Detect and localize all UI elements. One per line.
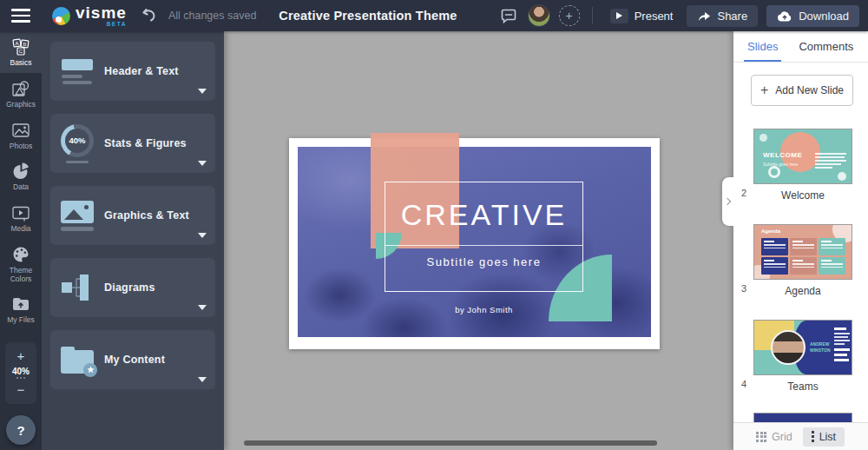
- basics-blocks-icon: A B C: [11, 37, 30, 56]
- slide-label[interactable]: Teams: [753, 381, 852, 393]
- list-icon: [812, 431, 814, 442]
- content-blocks-panel: Header & Text 40% Stats & Figures Graphi…: [42, 31, 224, 450]
- sidebar-item-photos[interactable]: Photos: [0, 115, 42, 156]
- svg-text:C: C: [19, 49, 23, 54]
- title-divider-line: [385, 245, 582, 246]
- svg-text:A: A: [15, 41, 19, 47]
- panel-tabs: Slides Comments: [733, 31, 868, 63]
- slide-number: 2: [741, 188, 746, 198]
- horizontal-scrollbar[interactable]: [244, 440, 657, 446]
- grid-icon: [756, 432, 766, 442]
- tab-comments[interactable]: Comments: [799, 31, 853, 62]
- present-button[interactable]: Present: [605, 9, 679, 23]
- chevron-down-icon[interactable]: [198, 161, 207, 166]
- top-bar: visme BETA All changes saved Creative Pr…: [0, 0, 868, 31]
- sidebar-item-my-files[interactable]: My Files: [0, 288, 42, 330]
- share-button[interactable]: Share: [687, 5, 758, 27]
- slide-thumbnail-agenda[interactable]: Agenda: [753, 224, 852, 280]
- media-video-icon: [11, 203, 30, 222]
- slide-list-item-welcome: 2 WELCOME Subtitle goes here Welcome: [733, 129, 868, 215]
- zoom-options-dots: [16, 377, 25, 379]
- share-icon: [697, 10, 711, 22]
- slide-label[interactable]: Agenda: [753, 285, 852, 297]
- editor-canvas[interactable]: CREATIVE Subtitle goes here by John Smit…: [224, 31, 733, 450]
- stats-figures-icon: 40%: [50, 124, 104, 163]
- card-diagrams[interactable]: Diagrams: [50, 258, 215, 317]
- document-title[interactable]: Creative Presentation Theme: [279, 9, 457, 23]
- chevron-down-icon[interactable]: [198, 233, 207, 238]
- sidebar-item-basics[interactable]: A B C Basics: [0, 31, 42, 73]
- slide-number: 3: [741, 283, 746, 294]
- photos-image-icon: [11, 121, 30, 140]
- zoom-level[interactable]: 40%: [12, 367, 30, 376]
- chevron-right-icon: [724, 198, 731, 205]
- beta-badge: BETA: [107, 22, 127, 28]
- slide-thumbnail-welcome[interactable]: WELCOME Subtitle goes here: [753, 129, 852, 184]
- panel-collapse-handle[interactable]: [722, 177, 734, 226]
- star-badge-icon: [83, 363, 97, 377]
- slide-subtitle-text[interactable]: Subtitle goes here: [385, 255, 582, 268]
- grid-view-button[interactable]: Grid: [756, 431, 792, 443]
- list-view-button[interactable]: List: [803, 427, 845, 447]
- undo-icon[interactable]: [139, 6, 158, 25]
- slide-background-photo[interactable]: CREATIVE Subtitle goes here by John Smit…: [298, 147, 651, 337]
- slide-title-text[interactable]: CREATIVE: [385, 198, 582, 232]
- chevron-down-icon[interactable]: [198, 89, 207, 94]
- graphics-shapes-icon: [11, 79, 30, 98]
- slide-list-item-teams: 4 ANDREW WINSTON Teams: [733, 320, 868, 407]
- slide-label[interactable]: Welcome: [753, 189, 852, 202]
- svg-text:B: B: [23, 42, 27, 47]
- slide-thumbnail-teams[interactable]: ANDREW WINSTON: [753, 320, 852, 375]
- sidebar-item-theme-colors[interactable]: Theme Colors: [0, 239, 42, 289]
- diagrams-icon: [50, 274, 104, 301]
- my-files-folder-icon: [11, 294, 30, 314]
- slide-number: 4: [741, 379, 746, 389]
- view-toggle-bar: Grid List: [733, 422, 868, 450]
- sidebar-item-media[interactable]: Media: [0, 197, 42, 239]
- download-cloud-icon: [777, 10, 792, 22]
- logo-text: visme: [76, 4, 127, 21]
- play-icon: [610, 9, 628, 23]
- hamburger-menu-icon[interactable]: [0, 0, 42, 31]
- slide-editing-area[interactable]: CREATIVE Subtitle goes here by John Smit…: [289, 138, 660, 349]
- add-new-slide-button[interactable]: + Add New Slide: [751, 75, 853, 106]
- my-content-folder-icon: [50, 347, 104, 374]
- sidebar-item-data[interactable]: Data: [0, 156, 42, 197]
- card-my-content[interactable]: My Content: [50, 330, 215, 389]
- help-button[interactable]: ?: [6, 415, 36, 445]
- title-outline-box[interactable]: CREATIVE Subtitle goes here: [385, 182, 583, 292]
- add-collaborator-button[interactable]: +: [559, 5, 580, 26]
- download-button[interactable]: Download: [766, 5, 859, 27]
- header-text-icon: [50, 59, 104, 84]
- topbar-divider: [592, 7, 593, 24]
- card-header-text[interactable]: Header & Text: [50, 42, 215, 101]
- chevron-down-icon[interactable]: [198, 377, 207, 382]
- team-member-photo: [771, 330, 806, 365]
- left-icon-rail: A B C Basics Graphics Photos Data: [0, 31, 42, 450]
- sidebar-item-graphics[interactable]: Graphics: [0, 73, 42, 115]
- chevron-down-icon[interactable]: [198, 305, 207, 310]
- visme-logo[interactable]: visme BETA: [52, 4, 127, 28]
- tab-slides[interactable]: Slides: [747, 31, 778, 62]
- card-stats-figures[interactable]: 40% Stats & Figures: [50, 114, 215, 173]
- graphics-text-icon: [50, 201, 104, 231]
- data-pie-icon: [11, 162, 30, 181]
- plus-icon: +: [760, 83, 768, 97]
- slide-list-item-agenda: 3 Agenda Agenda: [733, 224, 868, 311]
- zoom-out-button[interactable]: −: [17, 381, 25, 398]
- theme-colors-palette-icon: [11, 245, 30, 264]
- card-graphics-text[interactable]: Graphics & Text: [50, 186, 215, 245]
- comments-icon[interactable]: [498, 5, 519, 26]
- slides-panel: Slides Comments + Add New Slide 2 WELCOM…: [733, 31, 868, 450]
- slide-byline-text[interactable]: by John Smith: [385, 305, 583, 314]
- user-avatar[interactable]: [528, 4, 550, 27]
- autosave-status: All changes saved: [168, 10, 256, 22]
- visme-logo-icon: [52, 7, 70, 25]
- zoom-widget: + 40% −: [5, 342, 36, 404]
- zoom-in-button[interactable]: +: [17, 347, 25, 364]
